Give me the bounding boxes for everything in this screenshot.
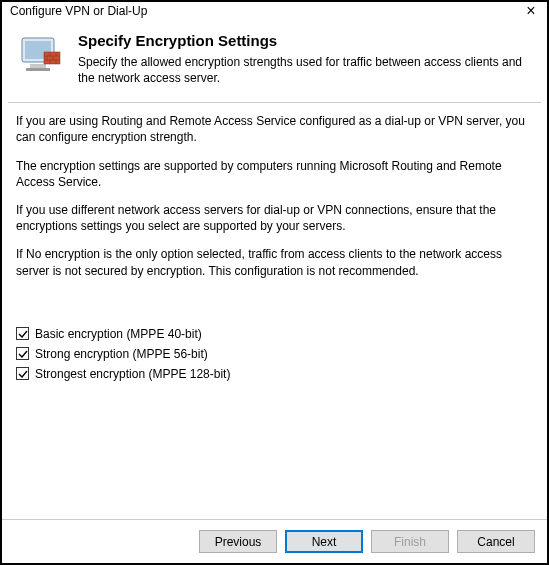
info-paragraph-3: If you use different network access serv… bbox=[16, 202, 533, 234]
next-button[interactable]: Next bbox=[285, 530, 363, 553]
cancel-button[interactable]: Cancel bbox=[457, 530, 535, 553]
info-paragraph-2: The encryption settings are supported by… bbox=[16, 158, 533, 190]
checkbox-label: Strong encryption (MPPE 56-bit) bbox=[35, 347, 208, 361]
checkbox-label: Basic encryption (MPPE 40-bit) bbox=[35, 327, 202, 341]
svg-rect-2 bbox=[30, 64, 46, 68]
checkbox-label: Strongest encryption (MPPE 128-bit) bbox=[35, 367, 230, 381]
finish-button: Finish bbox=[371, 530, 449, 553]
monitor-firewall-icon bbox=[16, 32, 64, 80]
svg-rect-4 bbox=[44, 52, 60, 64]
dialog-footer: Previous Next Finish Cancel bbox=[2, 519, 547, 563]
page-subheading: Specify the allowed encryption strengths… bbox=[78, 55, 533, 86]
window-title: Configure VPN or Dial-Up bbox=[10, 4, 147, 18]
checkmark-icon bbox=[16, 327, 29, 340]
checkbox-basic-encryption[interactable]: Basic encryption (MPPE 40-bit) bbox=[16, 327, 533, 341]
dialog-header: Specify Encryption Settings Specify the … bbox=[2, 24, 547, 102]
checkmark-icon bbox=[16, 367, 29, 380]
page-heading: Specify Encryption Settings bbox=[78, 32, 533, 49]
encryption-options: Basic encryption (MPPE 40-bit) Strong en… bbox=[16, 327, 533, 381]
checkbox-strong-encryption[interactable]: Strong encryption (MPPE 56-bit) bbox=[16, 347, 533, 361]
header-text: Specify Encryption Settings Specify the … bbox=[78, 32, 533, 86]
titlebar: Configure VPN or Dial-Up × bbox=[2, 2, 547, 24]
checkbox-strongest-encryption[interactable]: Strongest encryption (MPPE 128-bit) bbox=[16, 367, 533, 381]
previous-button[interactable]: Previous bbox=[199, 530, 277, 553]
svg-rect-3 bbox=[26, 68, 50, 71]
dialog-window: Configure VPN or Dial-Up × Specify En bbox=[0, 0, 549, 565]
close-icon[interactable]: × bbox=[521, 4, 541, 18]
dialog-body: If you are using Routing and Remote Acce… bbox=[2, 103, 547, 519]
info-paragraph-4: If No encryption is the only option sele… bbox=[16, 246, 533, 278]
checkmark-icon bbox=[16, 347, 29, 360]
info-paragraph-1: If you are using Routing and Remote Acce… bbox=[16, 113, 533, 145]
